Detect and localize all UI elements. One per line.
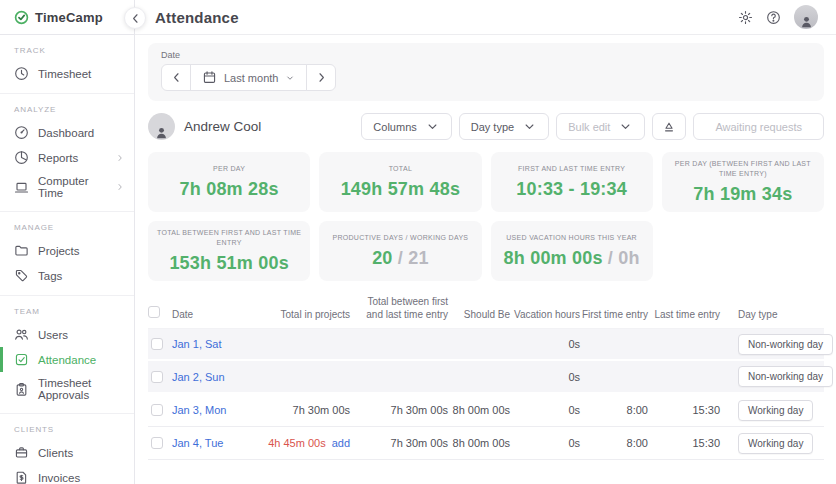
next-period-button[interactable]	[306, 64, 336, 91]
sidebar-item-invoices[interactable]: Invoices	[0, 465, 135, 484]
last-time-entry-value: 15:30	[692, 404, 720, 416]
column-header-last-time-entry: Last time entry	[648, 308, 720, 321]
prev-period-button[interactable]	[161, 64, 191, 91]
columns-button[interactable]: Columns	[361, 113, 451, 140]
summary-card-label: PER DAY	[213, 164, 245, 174]
sidebar-item-label: Timesheet	[38, 68, 91, 80]
column-header-total-in-projects: Total in projects	[254, 308, 350, 321]
table-row: Jan 2, Sun0sNon-working day	[148, 361, 824, 394]
summary-card-per-day-between-first-and-last-time-entr: PER DAY (BETWEEN FIRST AND LAST TIME ENT…	[662, 152, 824, 212]
chevron-down-icon	[425, 119, 440, 134]
summary-card-total: TOTAL149h 57m 48s	[319, 152, 481, 212]
summary-card-value: 7h 19m 34s	[693, 184, 792, 205]
bulk-edit-button-label: Bulk edit	[568, 121, 610, 133]
folder-icon	[14, 243, 29, 258]
sidebar-item-label: Timesheet Approvals	[38, 377, 125, 401]
sidebar-section-manage: MANAGEProjectsTags	[0, 211, 134, 295]
sidebar-item-label: Clients	[38, 447, 73, 459]
pie-icon	[14, 150, 29, 165]
avatar	[148, 113, 175, 140]
timecamp-logo[interactable]: TimeCamp	[0, 0, 134, 35]
topbar-actions	[738, 5, 818, 29]
column-header-vacation-hours: Vacation hours	[510, 308, 580, 321]
chevron-down-icon	[285, 73, 295, 83]
summary-card-label: PER DAY (BETWEEN FIRST AND LAST TIME ENT…	[668, 159, 818, 179]
bulk-edit-button[interactable]: Bulk edit	[556, 113, 645, 140]
summary-card-used-vacation-hours-this-year: USED VACATION HOURS THIS YEAR8h 00m 00s …	[491, 221, 653, 281]
user-name: Andrew Cool	[184, 119, 261, 134]
table-row: Jan 1, Sat0sNon-working day	[148, 328, 824, 361]
chevron-left-icon	[128, 11, 143, 26]
settings-button[interactable]	[738, 10, 753, 25]
summary-card-label: PRODUCTIVE DAYS / WORKING DAYS	[332, 233, 468, 243]
briefcase-icon	[14, 445, 29, 460]
day-type-button-label: Day type	[471, 121, 514, 133]
table-row: Jan 3, Mon7h 30m 00s7h 30m 00s8h 00m 00s…	[148, 394, 824, 427]
add-time-link[interactable]: add	[332, 437, 350, 449]
sidebar-item-reports[interactable]: Reports	[0, 145, 135, 170]
day-type-pill[interactable]: Working day	[738, 433, 813, 454]
sidebar-item-projects[interactable]: Projects	[0, 238, 135, 263]
chevron-right-icon	[115, 153, 125, 163]
person-icon	[154, 125, 169, 140]
select-all-checkbox[interactable]	[148, 306, 160, 318]
summary-card-label: USED VACATION HOURS THIS YEAR	[506, 233, 637, 243]
help-button[interactable]	[766, 10, 781, 25]
sidebar-section-clients: CLIENTSClientsInvoices	[0, 413, 134, 484]
vacation-hours-value: 0s	[568, 338, 580, 350]
chevron-down-icon	[618, 119, 633, 134]
export-button[interactable]	[652, 113, 686, 140]
date-link[interactable]: Jan 4, Tue	[172, 437, 223, 449]
date-range-picker: Last month	[161, 64, 336, 91]
sidebar-collapse-button[interactable]	[124, 7, 146, 29]
row-checkbox[interactable]	[151, 338, 163, 350]
sidebar-section-analyze: ANALYZEDashboardReportsComputer Time	[0, 93, 134, 211]
date-link[interactable]: Jan 1, Sat	[172, 338, 222, 350]
sidebar-item-computer-time[interactable]: Computer Time	[0, 170, 135, 204]
column-header-should-be: Should Be	[448, 308, 510, 321]
user-avatar-menu[interactable]	[794, 5, 818, 29]
date-link[interactable]: Jan 3, Mon	[172, 404, 226, 416]
total-between-value: 7h 30m 00s	[391, 404, 448, 416]
chevron-right-icon	[314, 70, 329, 85]
table-body: Jan 1, Sat0sNon-working dayJan 2, Sun0sN…	[148, 328, 824, 460]
summary-card-value: 149h 57m 48s	[341, 179, 461, 200]
date-filter-label: Date	[161, 50, 811, 60]
gear-icon	[738, 10, 753, 25]
table-header-row: DateTotal in projectsTotal between first…	[148, 295, 824, 328]
vacation-hours-value: 0s	[568, 437, 580, 449]
topbar: Attendance	[135, 0, 836, 35]
sidebar-item-timesheet[interactable]: Timesheet	[0, 61, 135, 86]
sidebar-item-users[interactable]: Users	[0, 322, 135, 347]
summary-card-label: TOTAL BETWEEN FIRST AND LAST TIME ENTRY	[154, 228, 304, 248]
sidebar-item-attendance[interactable]: Attendance	[0, 347, 135, 372]
sidebar-item-dashboard[interactable]: Dashboard	[0, 120, 135, 145]
user-actions: Columns Day type Bulk edit	[361, 113, 824, 140]
main-area: Attendance Date	[135, 0, 836, 484]
sidebar-item-label: Attendance	[38, 354, 96, 366]
date-range-dropdown[interactable]: Last month	[190, 64, 307, 91]
sidebar-item-clients[interactable]: Clients	[0, 440, 135, 465]
sidebar: TimeCamp TRACKTimesheetANALYZEDashboardR…	[0, 0, 135, 484]
row-checkbox[interactable]	[151, 437, 163, 449]
row-checkbox[interactable]	[151, 371, 163, 383]
day-type-pill[interactable]: Non-working day	[738, 366, 833, 387]
sidebar-item-tags[interactable]: Tags	[0, 263, 135, 288]
sidebar-item-timesheet-approvals[interactable]: Timesheet Approvals	[0, 372, 135, 406]
day-type-pill[interactable]: Non-working day	[738, 334, 833, 355]
first-time-entry-value: 8:00	[627, 437, 648, 449]
column-header-total-between-first-and-last-time-entry: Total between first and last time entry	[350, 295, 448, 321]
day-type-button[interactable]: Day type	[459, 113, 549, 140]
awaiting-requests-label: Awaiting requests	[715, 121, 802, 133]
should-be-value: 8h 00m 00s	[453, 437, 510, 449]
column-header-first-time-entry: First time entry	[580, 308, 648, 321]
summary-card-secondary-value: / 0h	[603, 248, 640, 268]
sidebar-section-track: TRACKTimesheet	[0, 35, 134, 93]
row-checkbox[interactable]	[151, 404, 163, 416]
sidebar-section-label: MANAGE	[0, 221, 134, 238]
clipboard-icon	[14, 382, 29, 397]
date-link[interactable]: Jan 2, Sun	[172, 371, 225, 383]
awaiting-requests-button[interactable]: Awaiting requests	[693, 113, 824, 140]
columns-button-label: Columns	[373, 121, 416, 133]
day-type-pill[interactable]: Working day	[738, 400, 813, 421]
